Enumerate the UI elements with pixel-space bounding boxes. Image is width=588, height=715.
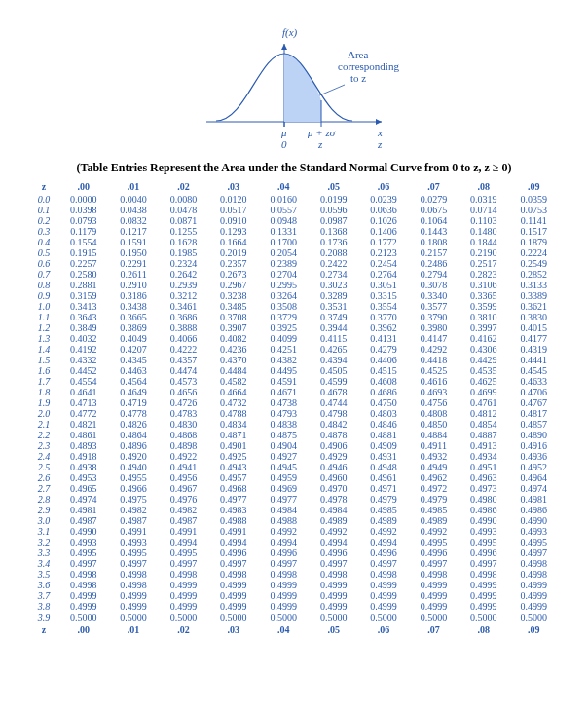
z-value: 0.2 (29, 215, 58, 226)
prob-cell: 0.4995 (459, 537, 508, 547)
prob-cell: 0.4920 (108, 451, 158, 462)
prob-cell: 0.4987 (58, 515, 108, 526)
col-header: .09 (509, 181, 559, 194)
z-value: 3.2 (29, 537, 58, 547)
z-value: 1.1 (29, 312, 58, 322)
table-row: 2.10.48210.48260.48300.48340.48380.48420… (29, 419, 559, 430)
prob-cell: 0.4999 (409, 580, 459, 590)
prob-cell: 0.4999 (58, 601, 108, 612)
prob-cell: 0.4999 (159, 590, 208, 601)
prob-cell: 0.2190 (459, 247, 508, 258)
prob-cell: 0.2123 (358, 247, 408, 258)
prob-cell: 0.4207 (108, 344, 158, 355)
prob-cell: 0.0517 (208, 205, 258, 215)
prob-cell: 0.4898 (159, 440, 208, 451)
prob-cell: 0.4525 (409, 365, 459, 376)
prob-cell: 0.1480 (459, 226, 508, 237)
prob-cell: 0.3133 (509, 280, 559, 290)
prob-cell: 0.2642 (159, 269, 208, 280)
prob-cell: 0.4909 (358, 440, 408, 451)
prob-cell: 0.3790 (409, 312, 459, 322)
prob-cell: 0.2995 (259, 280, 309, 290)
prob-cell: 0.4750 (358, 397, 408, 408)
prob-cell: 0.1700 (259, 237, 309, 247)
z-value: 1.2 (29, 322, 58, 333)
table-row: 2.50.49380.49400.49410.49430.49450.49460… (29, 462, 559, 472)
table-row: 1.80.46410.46490.46560.46640.46710.46780… (29, 387, 559, 397)
prob-cell: 0.4968 (208, 483, 258, 494)
prob-cell: 0.4951 (459, 462, 508, 472)
prob-cell: 0.4916 (509, 440, 559, 451)
z-value: 0.8 (29, 280, 58, 290)
prob-cell: 0.4826 (108, 419, 158, 430)
prob-cell: 0.4995 (509, 537, 559, 547)
prob-cell: 0.4993 (509, 526, 559, 537)
prob-cell: 0.4998 (409, 569, 459, 580)
prob-cell: 0.3729 (259, 312, 309, 322)
table-footer-row: z.00.01.02.03.04.05.06.07.08.09 (29, 622, 559, 637)
prob-cell: 0.5000 (409, 612, 459, 622)
prob-cell: 0.0120 (208, 194, 258, 205)
prob-cell: 0.4893 (58, 440, 108, 451)
prob-cell: 0.4964 (509, 472, 559, 483)
prob-cell: 0.4997 (409, 558, 459, 569)
prob-cell: 0.4887 (459, 430, 508, 440)
prob-cell: 0.4279 (358, 344, 408, 355)
prob-cell: 0.4732 (208, 397, 258, 408)
note-line-0: Area (348, 49, 368, 60)
table-row: 3.40.49970.49970.49970.49970.49970.49970… (29, 558, 559, 569)
table-row: 3.60.49980.49980.49990.49990.49990.49990… (29, 580, 559, 590)
prob-cell: 0.4986 (459, 505, 508, 515)
prob-cell: 0.4980 (459, 494, 508, 505)
prob-cell: 0.2967 (208, 280, 258, 290)
prob-cell: 0.4495 (259, 365, 309, 376)
prob-cell: 0.4608 (358, 376, 408, 387)
prob-cell: 0.4999 (358, 580, 408, 590)
prob-cell: 0.4999 (208, 601, 258, 612)
prob-cell: 0.3997 (459, 322, 508, 333)
prob-cell: 0.0596 (309, 205, 358, 215)
prob-cell: 0.4991 (159, 526, 208, 537)
table-row: 1.30.40320.40490.40660.40820.40990.41150… (29, 333, 559, 344)
prob-cell: 0.4783 (159, 408, 208, 419)
prob-cell: 0.4988 (259, 515, 309, 526)
mz-label: μ + zσ (307, 127, 336, 138)
prob-cell: 0.4744 (309, 397, 358, 408)
prob-cell: 0.4857 (509, 419, 559, 430)
prob-cell: 0.4049 (108, 333, 158, 344)
prob-cell: 0.2486 (409, 258, 459, 269)
prob-cell: 0.4345 (108, 355, 158, 365)
table-title: (Table Entries Represent the Area under … (29, 161, 559, 175)
prob-cell: 0.4990 (58, 526, 108, 537)
prob-cell: 0.4788 (208, 408, 258, 419)
table-row: 3.50.49980.49980.49980.49980.49980.49980… (29, 569, 559, 580)
prob-cell: 0.2019 (208, 247, 258, 258)
prob-cell: 0.4761 (459, 397, 508, 408)
normal-curve-diagram: f(x) Area corresponding to z μ μ + zσ x … (29, 24, 559, 155)
prob-cell: 0.0832 (108, 215, 158, 226)
prob-cell: 0.4999 (409, 590, 459, 601)
prob-cell: 0.4793 (259, 408, 309, 419)
prob-cell: 0.4808 (409, 408, 459, 419)
prob-cell: 0.0557 (259, 205, 309, 215)
prob-cell: 0.4798 (309, 408, 358, 419)
prob-cell: 0.3665 (108, 312, 158, 322)
prob-cell: 0.3315 (358, 290, 408, 301)
prob-cell: 0.1985 (159, 247, 208, 258)
x-axis-label-x: x (377, 127, 383, 138)
prob-cell: 0.4896 (108, 440, 158, 451)
prob-cell: 0.3508 (259, 301, 309, 312)
prob-cell: 0.0199 (309, 194, 358, 205)
prob-cell: 0.4925 (208, 451, 258, 462)
prob-cell: 0.0948 (259, 215, 309, 226)
prob-cell: 0.4904 (259, 440, 309, 451)
table-row: 2.60.49530.49550.49560.49570.49590.49600… (29, 472, 559, 483)
prob-cell: 0.4996 (409, 547, 459, 558)
prob-cell: 0.4977 (208, 494, 258, 505)
table-row: 0.50.19150.19500.19850.20190.20540.20880… (29, 247, 559, 258)
prob-cell: 0.2324 (159, 258, 208, 269)
prob-cell: 0.4066 (159, 333, 208, 344)
table-row: 0.30.11790.12170.12550.12930.13310.13680… (29, 226, 559, 237)
prob-cell: 0.2549 (509, 258, 559, 269)
prob-cell: 0.4978 (309, 494, 358, 505)
